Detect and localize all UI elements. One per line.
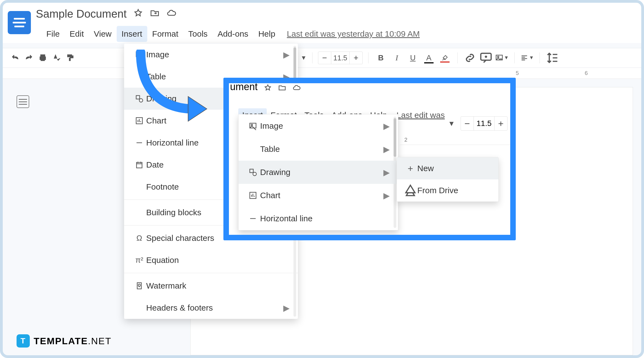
zoom-ruler: 2 bbox=[400, 136, 510, 145]
zoom-insert-hline-label: Horizontal line bbox=[260, 214, 312, 223]
italic-button[interactable]: I bbox=[390, 53, 404, 62]
zoom-insert-image-item[interactable]: Image ▶ bbox=[239, 114, 398, 138]
zoom-font-size-increase[interactable]: + bbox=[495, 118, 507, 129]
chevron-right-icon: ▶ bbox=[383, 168, 390, 177]
menu-file[interactable]: File bbox=[41, 26, 65, 42]
zoom-caret-icon[interactable]: ▼ bbox=[301, 54, 307, 61]
insert-watermark-item[interactable]: Watermark bbox=[124, 275, 298, 297]
watermark-net: .NET bbox=[88, 336, 111, 346]
docs-app-icon[interactable] bbox=[8, 11, 31, 34]
zoom-insert-drawing-label: Drawing bbox=[260, 168, 290, 177]
cloud-status-icon[interactable] bbox=[292, 84, 301, 93]
ruler-mark-6: 6 bbox=[585, 70, 588, 76]
template-net-watermark: T TEMPLATE.NET bbox=[17, 334, 111, 348]
move-folder-icon[interactable] bbox=[150, 8, 160, 19]
highlight-color-button[interactable] bbox=[438, 54, 452, 61]
zoom-caret-icon[interactable]: ▼ bbox=[448, 119, 455, 128]
insert-headers-footers-label: Headers & footers bbox=[146, 303, 213, 313]
insert-table-label: Table bbox=[146, 72, 166, 81]
outline-toggle-icon[interactable] bbox=[17, 95, 29, 108]
chevron-right-icon: ▶ bbox=[283, 50, 290, 60]
line-spacing-button[interactable] bbox=[545, 51, 559, 65]
redo-icon[interactable] bbox=[22, 54, 36, 62]
calendar-icon bbox=[132, 161, 146, 169]
font-size-value[interactable]: 11.5 bbox=[331, 52, 350, 64]
menu-format[interactable]: Format bbox=[147, 26, 183, 42]
drawing-from-drive-item[interactable]: From Drive bbox=[397, 179, 498, 201]
svg-rect-9 bbox=[136, 96, 140, 99]
zoom-ruler-mark-2: 2 bbox=[404, 137, 407, 143]
image-icon bbox=[246, 122, 260, 130]
zoom-insert-hline-item[interactable]: Horizontal line bbox=[239, 207, 398, 230]
insert-equation-item[interactable]: π² Equation bbox=[124, 249, 298, 271]
zoom-insert-chart-item[interactable]: Chart ▶ bbox=[239, 184, 398, 207]
zoom-font-size-decrease[interactable]: − bbox=[461, 118, 474, 129]
star-icon[interactable] bbox=[264, 84, 272, 93]
font-size-decrease[interactable]: − bbox=[318, 53, 331, 63]
insert-watermark-label: Watermark bbox=[146, 281, 186, 290]
drawing-icon bbox=[246, 168, 260, 176]
zoom-insert-table-item[interactable]: Table ▶ bbox=[239, 138, 398, 161]
menu-addons[interactable]: Add-ons bbox=[213, 26, 253, 42]
menu-edit[interactable]: Edit bbox=[65, 26, 89, 42]
chevron-right-icon: ▶ bbox=[283, 303, 290, 313]
bold-button[interactable]: B bbox=[374, 53, 388, 62]
last-edit-history[interactable]: Last edit was yesterday at 10:09 AM bbox=[287, 29, 420, 39]
move-folder-icon[interactable] bbox=[278, 84, 286, 93]
pi-icon: π² bbox=[132, 256, 146, 265]
zoom-font-size-value[interactable]: 11.5 bbox=[474, 117, 495, 130]
chart-icon bbox=[246, 191, 260, 200]
zoom-history-fragment[interactable]: Last edit was bbox=[397, 111, 445, 120]
menu-insert[interactable]: Insert bbox=[117, 26, 147, 42]
toolbar: ▼ − 11.5 + B I U A ▼ ▼ bbox=[3, 48, 641, 68]
zoom-insert-image-label: Image bbox=[260, 121, 283, 131]
zoom-insert-table-label: Table bbox=[260, 144, 280, 154]
drawing-new-label: New bbox=[417, 164, 434, 173]
drawing-new-item[interactable]: + New bbox=[397, 157, 498, 179]
document-title[interactable]: Sample Document bbox=[36, 8, 127, 20]
insert-footnote-label: Footnote bbox=[146, 182, 179, 192]
insert-chart-label: Chart bbox=[146, 116, 166, 125]
drawing-from-drive-label: From Drive bbox=[417, 186, 458, 195]
menu-view[interactable]: View bbox=[89, 26, 116, 42]
insert-equation-label: Equation bbox=[146, 255, 179, 265]
zoom-insert-menu-dropdown: Image ▶ Table ▶ Drawing ▶ Chart ▶ Horizo… bbox=[238, 114, 398, 230]
svg-point-17 bbox=[253, 172, 256, 176]
ruler-mark-5: 5 bbox=[516, 70, 519, 76]
insert-drawing-label: Drawing bbox=[146, 94, 177, 103]
menubar: File Edit View Insert Format Tools Add-o… bbox=[3, 25, 641, 43]
star-icon[interactable] bbox=[133, 8, 143, 19]
insert-image-item[interactable]: Image ▶ bbox=[124, 44, 298, 66]
ruler: 5 6 bbox=[3, 68, 641, 79]
menu-help[interactable]: Help bbox=[253, 26, 280, 42]
zoom-insert-drawing-item[interactable]: Drawing ▶ bbox=[239, 161, 398, 184]
chart-icon bbox=[132, 117, 146, 125]
font-size-increase[interactable]: + bbox=[350, 53, 362, 63]
svg-rect-12 bbox=[137, 162, 142, 168]
align-button[interactable]: ▼ bbox=[520, 54, 534, 62]
svg-point-6 bbox=[498, 56, 499, 58]
insert-special-chars-label: Special characters bbox=[146, 233, 214, 243]
template-t-icon: T bbox=[17, 334, 30, 348]
drawing-icon bbox=[132, 95, 146, 103]
menu-tools[interactable]: Tools bbox=[183, 26, 213, 42]
print-icon[interactable] bbox=[36, 54, 50, 62]
drawing-submenu: + New From Drive bbox=[397, 157, 499, 202]
chevron-right-icon: ▶ bbox=[383, 144, 390, 154]
zoom-title-fragment: ument bbox=[230, 81, 258, 93]
spellcheck-icon[interactable] bbox=[50, 54, 63, 62]
cloud-status-icon[interactable] bbox=[166, 8, 176, 19]
insert-image-button[interactable]: ▼ bbox=[495, 54, 509, 62]
undo-icon[interactable] bbox=[8, 54, 22, 62]
zoom-inset-callout: ument Insert Format Tools Add-ons Help L… bbox=[223, 78, 516, 240]
add-comment-button[interactable] bbox=[479, 51, 493, 65]
insert-date-label: Date bbox=[146, 160, 164, 169]
zoom-insert-chart-label: Chart bbox=[260, 191, 280, 200]
underline-button[interactable]: U bbox=[406, 53, 420, 62]
text-color-button[interactable]: A bbox=[422, 53, 436, 62]
insert-headers-footers-item[interactable]: Headers & footers ▶ bbox=[124, 297, 298, 319]
insert-link-button[interactable] bbox=[463, 51, 477, 65]
hline-icon bbox=[246, 214, 260, 223]
paint-format-icon[interactable] bbox=[63, 54, 77, 62]
watermark-brand: TEMPLATE bbox=[34, 336, 88, 346]
